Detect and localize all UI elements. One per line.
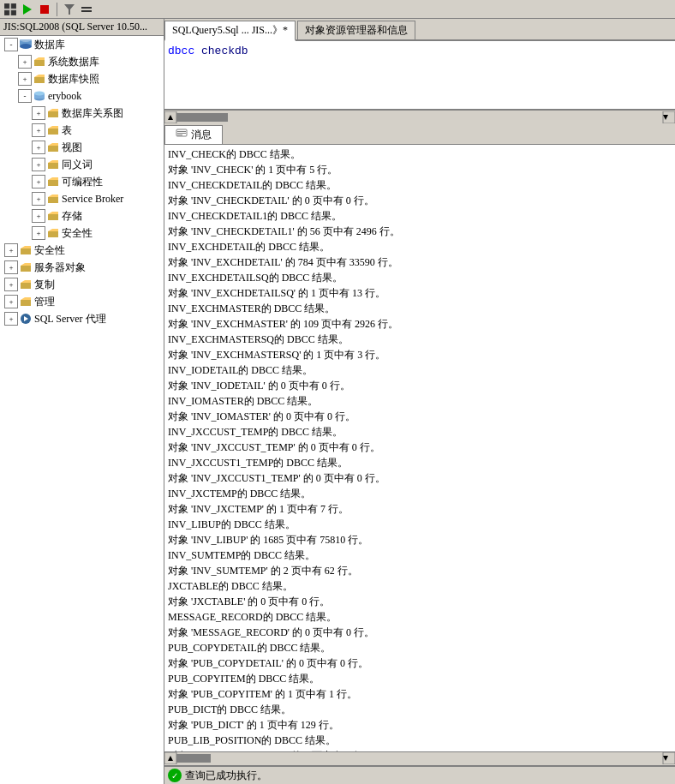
management-expander[interactable]: +: [4, 295, 18, 308]
svg-rect-12: [34, 60, 45, 66]
svg-rect-5: [40, 5, 49, 14]
sidebar-item-synonyms[interactable]: + 同义词: [0, 156, 164, 173]
sidebar-item-storage[interactable]: + 存储: [0, 207, 164, 224]
sidebar-item-security-db[interactable]: + 安全性: [0, 224, 164, 242]
status-bar: ✓ 查询已成功执行。: [164, 765, 675, 784]
databases-icon: [19, 38, 33, 51]
replication-expander[interactable]: +: [4, 278, 18, 291]
synonyms-expander[interactable]: +: [32, 158, 45, 171]
security-label: 安全性: [34, 243, 65, 258]
views-expander[interactable]: +: [32, 141, 45, 154]
message-line: 对象 'INV_JXCCUST_TEMP' 的 0 页中有 0 行。: [168, 440, 672, 455]
sidebar-item-server-objects[interactable]: + 服务器对象: [0, 259, 164, 276]
message-line: INV_CHECKDETAIL1的 DBCC 结果。: [168, 208, 672, 224]
svg-rect-33: [48, 231, 58, 237]
sidebar-item-sql-agent[interactable]: + SQL Server 代理: [0, 310, 164, 327]
tables-icon: [46, 123, 60, 137]
sidebar-item-security[interactable]: + 安全性: [0, 242, 164, 259]
svg-marker-40: [21, 280, 31, 283]
results-content[interactable]: INV_CHECK的 DBCC 结果。对象 'INV_CHECK' 的 1 页中…: [164, 145, 675, 751]
svg-rect-19: [48, 111, 58, 117]
sidebar-item-db-diagram[interactable]: + 数据库关系图: [0, 105, 164, 122]
server-objects-icon: [19, 260, 33, 274]
svg-rect-25: [48, 163, 58, 169]
svg-rect-51: [177, 131, 186, 132]
execute-icon[interactable]: [80, 3, 93, 16]
message-line: INV_JXCTEMP的 DBCC 结果。: [168, 486, 672, 501]
message-line: PUB_LIB_POSITION的 DBCC 结果。: [168, 733, 672, 748]
databases-expander[interactable]: -: [4, 38, 18, 51]
message-line: MESSAGE_RECORD的 DBCC 结果。: [168, 609, 672, 625]
synonyms-label: 同义词: [62, 158, 93, 172]
service-broker-expander[interactable]: +: [32, 192, 45, 206]
programmability-expander[interactable]: +: [32, 175, 45, 189]
play-icon[interactable]: [21, 3, 34, 16]
erybook-icon: [33, 89, 46, 103]
svg-rect-2: [4, 10, 9, 15]
sql-agent-icon: [19, 312, 33, 326]
tab-messages[interactable]: 消息: [164, 125, 223, 144]
message-line: 对象 'INV_SUMTEMP' 的 2 页中有 62 行。: [168, 563, 672, 578]
sidebar-item-service-broker[interactable]: + Service Broker: [0, 190, 164, 207]
query-content: checkdb: [194, 45, 248, 57]
svg-point-18: [34, 92, 45, 96]
db-snapshots-expander[interactable]: +: [18, 72, 32, 86]
db-snapshots-label: 数据库快照: [48, 72, 99, 87]
query-editor[interactable]: dbcc checkdb: [164, 41, 675, 110]
sidebar-item-erybook[interactable]: - erybook: [0, 87, 164, 105]
sql-agent-expander[interactable]: +: [4, 312, 18, 326]
sidebar-item-db-snapshots[interactable]: + 数据库快照: [0, 70, 164, 87]
svg-rect-7: [81, 7, 92, 9]
message-line: INV_LIBUP的 DBCC 结果。: [168, 517, 672, 532]
sidebar-item-replication[interactable]: + 复制: [0, 276, 164, 293]
tables-expander[interactable]: +: [32, 123, 45, 137]
message-line: 对象 'INV_IOMASTER' 的 0 页中有 0 行。: [168, 409, 672, 424]
message-line: 对象 'INV_EXCHDETAIL' 的 784 页中有 33590 行。: [168, 254, 672, 270]
sidebar-item-views[interactable]: + 视图: [0, 139, 164, 156]
message-line: INV_JXCCUST_TEMP的 DBCC 结果。: [168, 424, 672, 440]
svg-marker-15: [34, 75, 45, 77]
svg-rect-47: [176, 113, 228, 122]
message-line: 对象 'INV_EXCHMASTER' 的 109 页中有 2926 行。: [168, 316, 672, 332]
sidebar-item-databases[interactable]: - 数据库: [0, 36, 164, 53]
svg-rect-31: [48, 214, 58, 220]
svg-rect-37: [21, 266, 31, 272]
management-icon: [19, 295, 33, 308]
tab-sqlquery[interactable]: SQLQuery5.Sql ... JIS...》*: [164, 21, 296, 41]
sidebar-item-system-db[interactable]: + 系统数据库: [0, 53, 164, 70]
svg-rect-1: [11, 3, 16, 9]
main-area: JIS:SQL2008 (SQL Server 10.50... - 数据库 +: [0, 19, 675, 784]
svg-rect-56: [176, 754, 211, 763]
sidebar-item-management[interactable]: + 管理: [0, 293, 164, 310]
filter-icon[interactable]: [63, 3, 76, 16]
databases-label: 数据库: [34, 38, 65, 52]
tab-manage[interactable]: 对象资源管理器和信息: [297, 21, 415, 39]
sidebar-item-tables[interactable]: + 表: [0, 122, 164, 139]
svg-rect-23: [48, 146, 58, 152]
stop-icon[interactable]: [38, 3, 51, 16]
editor-hscrollbar[interactable]: [164, 110, 675, 123]
message-line: INV_CHECKDETAIL的 DBCC 结果。: [168, 177, 672, 193]
results-tabs: 消息: [164, 123, 675, 145]
security-db-icon: [46, 226, 60, 240]
results-hscrollbar[interactable]: [164, 751, 675, 765]
security-expander[interactable]: +: [4, 243, 18, 257]
storage-expander[interactable]: +: [32, 209, 45, 223]
message-line: INV_IOMASTER的 DBCC 结果。: [168, 393, 672, 409]
server-objects-expander[interactable]: +: [4, 260, 18, 274]
svg-rect-14: [34, 77, 45, 83]
db-diagram-expander[interactable]: +: [32, 106, 45, 120]
svg-marker-32: [48, 212, 58, 214]
query-keyword: dbcc: [168, 45, 194, 57]
tables-label: 表: [62, 123, 72, 138]
erybook-expander[interactable]: -: [18, 89, 32, 103]
security-db-expander[interactable]: +: [32, 226, 45, 240]
system-db-expander[interactable]: +: [18, 55, 32, 69]
svg-marker-22: [48, 126, 58, 129]
message-line: INV_EXCHDETAILSQ的 DBCC 结果。: [168, 270, 672, 285]
sidebar-item-programmability[interactable]: + 可编程性: [0, 173, 164, 190]
svg-rect-39: [21, 283, 31, 289]
server-objects-label: 服务器对象: [34, 260, 86, 275]
svg-marker-30: [48, 195, 58, 197]
replication-label: 复制: [34, 278, 55, 292]
